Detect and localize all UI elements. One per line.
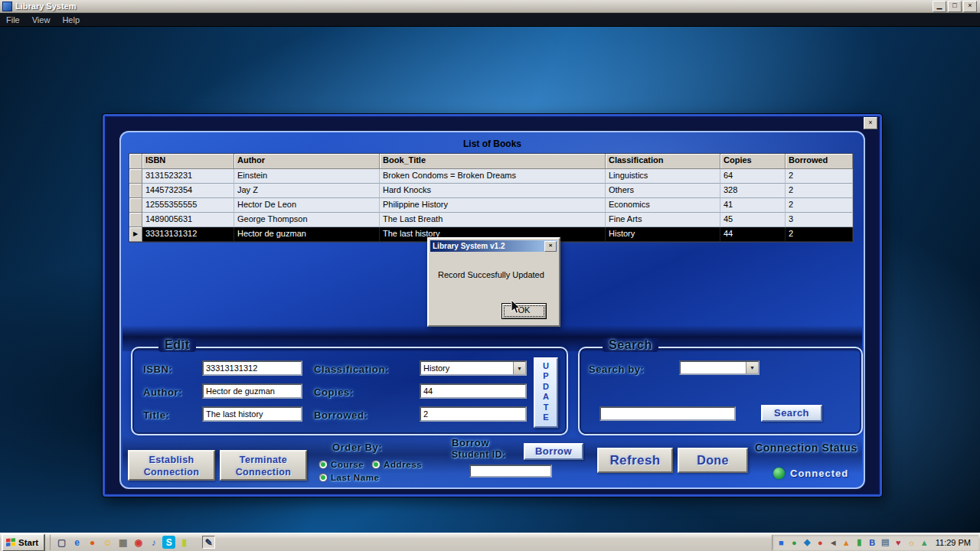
grid-cell[interactable]: The Last Breath bbox=[380, 213, 606, 227]
grid-cell[interactable]: 3131523231 bbox=[142, 169, 234, 184]
chevron-down-icon[interactable]: ▼ bbox=[746, 362, 758, 373]
grid-cell[interactable]: 3 bbox=[786, 213, 853, 227]
table-row[interactable]: 3131523231EinsteinBroken Condoms = Broke… bbox=[129, 169, 853, 184]
grid-cell[interactable]: 41 bbox=[720, 198, 786, 213]
grid-cell[interactable]: Broken Condoms = Broken Dreams bbox=[380, 169, 606, 184]
grid-cell[interactable]: 44 bbox=[720, 227, 786, 242]
classification-dropdown[interactable]: History ▼ bbox=[420, 360, 527, 376]
grid-cell[interactable]: 33313131312 bbox=[142, 227, 234, 242]
show-desktop-icon[interactable]: ▢ bbox=[55, 536, 68, 549]
grid-cell[interactable]: History bbox=[606, 227, 720, 242]
refresh-button[interactable]: Refresh bbox=[597, 448, 673, 473]
grid-cell[interactable]: Jay Z bbox=[234, 184, 380, 198]
radio-dot-icon[interactable] bbox=[318, 473, 328, 482]
sun-icon[interactable]: ☼ bbox=[906, 536, 917, 548]
browser-e-icon[interactable]: e bbox=[70, 536, 83, 549]
row-selector[interactable] bbox=[129, 213, 142, 227]
chrome-icon[interactable]: ◉ bbox=[132, 536, 145, 549]
search-button[interactable]: Search bbox=[761, 405, 822, 422]
radio-address[interactable]: Address bbox=[371, 460, 422, 469]
grid-column-header[interactable]: Borrowed bbox=[786, 154, 853, 169]
done-button[interactable]: Done bbox=[678, 448, 748, 473]
title-field[interactable] bbox=[202, 406, 302, 422]
row-selector[interactable]: ▶ bbox=[129, 227, 142, 242]
table-row[interactable]: 1489005631George ThompsonThe Last Breath… bbox=[129, 213, 853, 227]
grid-cell[interactable]: 2 bbox=[786, 227, 853, 242]
display-icon[interactable]: ■ bbox=[776, 536, 787, 548]
terminate-connection-button[interactable]: Terminate Connection bbox=[220, 450, 307, 481]
grid-cell[interactable]: 1489005631 bbox=[142, 213, 234, 227]
search-query-input[interactable] bbox=[599, 406, 736, 421]
grid-cell[interactable]: Linguistics bbox=[606, 169, 720, 184]
grid-cell[interactable]: 2 bbox=[786, 198, 853, 213]
grid-cell[interactable]: Hard Knocks bbox=[380, 184, 606, 198]
skype-icon[interactable]: S bbox=[162, 536, 175, 549]
dialog-titlebar[interactable]: Library System v1.2 × bbox=[430, 240, 557, 252]
update-icon[interactable]: ● bbox=[789, 536, 800, 548]
dialog-ok-button[interactable]: OK bbox=[501, 303, 547, 319]
start-button[interactable]: Start bbox=[2, 533, 45, 551]
grid-cell[interactable]: Einstein bbox=[234, 169, 380, 184]
borrowed-field[interactable] bbox=[420, 406, 527, 422]
menu-file[interactable]: File bbox=[0, 15, 26, 24]
music-icon[interactable]: ♪ bbox=[147, 536, 160, 549]
maximize-icon[interactable]: □ bbox=[948, 1, 962, 12]
search-by-dropdown[interactable]: ▼ bbox=[679, 360, 760, 375]
close-icon[interactable]: × bbox=[963, 1, 977, 12]
row-selector[interactable] bbox=[129, 184, 142, 198]
grid-cell[interactable]: 328 bbox=[720, 184, 786, 198]
calendar-icon[interactable]: ▦ bbox=[116, 536, 129, 549]
row-selector[interactable] bbox=[129, 169, 142, 184]
grid-cell[interactable]: Economics bbox=[606, 198, 720, 213]
grid-column-header[interactable]: ISBN bbox=[142, 154, 234, 169]
menu-view[interactable]: View bbox=[26, 15, 57, 24]
grid-cell[interactable]: Philippine History bbox=[380, 198, 606, 213]
table-row[interactable]: 12555355555Hector De LeonPhilippine Hist… bbox=[129, 198, 853, 213]
grid-cell[interactable]: 2 bbox=[786, 184, 853, 198]
grid-cell[interactable]: 45 bbox=[720, 213, 786, 227]
bluetooth-icon[interactable]: B bbox=[867, 536, 878, 548]
active-app-icon[interactable]: ✎ bbox=[202, 536, 215, 549]
grid-cell[interactable]: Others bbox=[606, 184, 720, 198]
grid-column-header[interactable]: Book_Title bbox=[380, 154, 606, 169]
media-player-icon[interactable]: ● bbox=[86, 536, 99, 549]
clipboard-icon[interactable]: ▤ bbox=[880, 536, 891, 548]
grid-column-header[interactable]: Classification bbox=[606, 154, 720, 169]
battery-icon[interactable]: ▮ bbox=[854, 536, 865, 548]
grid-cell[interactable]: 12555355555 bbox=[142, 198, 234, 213]
grid-cell[interactable]: Hector de guzman bbox=[234, 227, 380, 242]
minimize-icon[interactable]: ▁ bbox=[933, 1, 946, 12]
form-close-icon[interactable]: × bbox=[864, 117, 877, 129]
establish-connection-button[interactable]: Establish Connection bbox=[128, 450, 215, 481]
grid-cell[interactable]: 2 bbox=[786, 169, 853, 184]
isbn-field[interactable] bbox=[202, 360, 302, 376]
volume-icon[interactable]: ◄ bbox=[828, 536, 839, 548]
borrow-button[interactable]: Borrow bbox=[524, 443, 583, 460]
grid-column-header[interactable]: Copies bbox=[720, 154, 786, 169]
copies-field[interactable] bbox=[420, 383, 527, 399]
heart-icon[interactable]: ♥ bbox=[893, 536, 904, 548]
messenger-icon[interactable]: ● bbox=[815, 536, 826, 548]
radio-dot-icon[interactable] bbox=[318, 460, 328, 469]
smiley-icon[interactable]: ☺ bbox=[101, 536, 114, 549]
radio-dot-icon[interactable] bbox=[371, 460, 381, 469]
grid-cell[interactable]: George Thompson bbox=[234, 213, 380, 227]
chevron-down-icon[interactable]: ▼ bbox=[513, 362, 525, 374]
antivirus-icon[interactable]: ◆ bbox=[802, 536, 813, 548]
grid-cell[interactable]: 64 bbox=[720, 169, 786, 184]
window-titlebar[interactable]: Library System ▁ □ × bbox=[0, 0, 980, 13]
menu-help[interactable]: Help bbox=[56, 15, 86, 24]
update-button[interactable]: UPDATE bbox=[534, 357, 558, 428]
notes-icon[interactable]: ▮ bbox=[178, 536, 191, 549]
grid-cell[interactable]: Fine Arts bbox=[606, 213, 720, 227]
grid-column-header[interactable]: Author bbox=[234, 154, 380, 169]
shield-icon[interactable]: ▲ bbox=[919, 536, 930, 548]
table-row[interactable]: 1445732354Jay ZHard KnocksOthers3282 bbox=[129, 184, 853, 198]
radio-last-name[interactable]: Last Name bbox=[318, 473, 380, 482]
radio-course[interactable]: Course bbox=[318, 460, 364, 469]
dialog-close-icon[interactable]: × bbox=[544, 241, 557, 252]
student-id-input[interactable] bbox=[469, 465, 552, 478]
row-selector[interactable] bbox=[129, 198, 142, 213]
grid-cell[interactable]: Hector De Leon bbox=[234, 198, 380, 213]
grid-cell[interactable]: 1445732354 bbox=[142, 184, 234, 198]
